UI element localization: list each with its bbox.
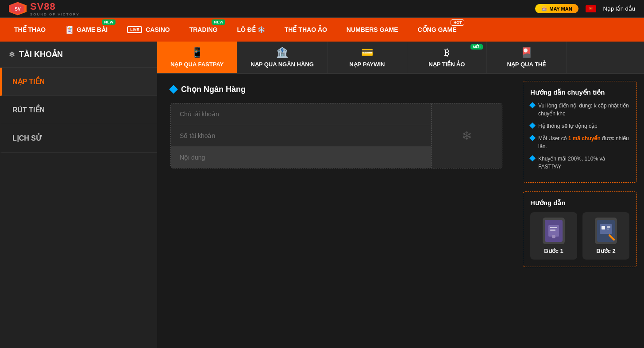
tien-ao-icon: ₿ <box>444 47 449 58</box>
nav-item-casino[interactable]: LIVE CASINO <box>117 18 179 42</box>
payment-tab-paywin[interactable]: 💳 NẠP PAYWIN <box>328 42 407 73</box>
nav-item-game-bai[interactable]: 🃏 GAME BÀI NEW <box>55 18 117 42</box>
payment-tab-ngan-hang[interactable]: 🏦 NẠP QUA NGÂN HÀNG <box>237 42 328 73</box>
ngan-hang-icon: 🏦 <box>276 47 288 58</box>
may-man-button[interactable]: 🎰 MAY MAN <box>535 4 578 13</box>
logo-sub: SOUND OF VICTORY <box>30 12 80 16</box>
chu-tai-khoan-input[interactable] <box>180 111 422 118</box>
guide-diamond-3 <box>529 135 536 141</box>
nav-item-the-thao[interactable]: THỂ THAO <box>4 18 55 42</box>
main-layout: ❄ TÀI KHOẢN NẠP TIỀN RÚT TIỀN LỊCH SỬ 📱 … <box>0 42 644 348</box>
sidebar-header: ❄ TÀI KHOẢN <box>0 42 157 68</box>
live-badge: LIVE <box>127 26 142 33</box>
snowflake-icon: ❄ <box>9 50 15 59</box>
nav-item-the-thao-ao[interactable]: THỂ THAO ẢO <box>275 18 337 42</box>
the-icon: 🎴 <box>521 47 532 58</box>
so-tai-khoan-input[interactable] <box>180 132 422 139</box>
navbar: THỂ THAO 🃏 GAME BÀI NEW LIVE CASINO TRAD… <box>0 18 644 42</box>
guide-item-4: Khuyến mãi 200%, 110% và FASTPAY <box>530 155 629 171</box>
payment-tab-tien-ao[interactable]: MỚI ₿ NẠP TIỀN ẢO <box>407 42 487 73</box>
sidebar: ❄ TÀI KHOẢN NẠP TIỀN RÚT TIỀN LỊCH SỬ <box>0 42 157 348</box>
steps-grid: Bước 1 <box>530 212 629 260</box>
snowflake-icon-2: ❄ <box>462 129 472 143</box>
step-2-label: Bước 2 <box>596 248 615 254</box>
guide-box: Hướng dẫn chuyển tiền Vui lòng điền nội … <box>523 81 637 183</box>
payment-tabs: 📱 NẠP QUA FASTPAY 🏦 NẠP QUA NGÂN HÀNG 💳 … <box>157 42 644 74</box>
hot-badge: HOT <box>451 19 464 26</box>
logo-text-container: SV88 SOUND OF VICTORY <box>30 1 80 16</box>
moi-badge: MỚI <box>470 44 483 50</box>
sidebar-item-lich-su[interactable]: LỊCH SỬ <box>0 124 157 153</box>
svg-rect-6 <box>550 229 555 231</box>
nav-item-trading[interactable]: TRADING NEW <box>180 18 228 42</box>
guide-steps-box: Hướng dẫn <box>523 191 637 267</box>
game-bai-label: GAME BÀI <box>77 26 108 33</box>
bank-logo-area: ❄ <box>431 103 502 168</box>
guide-item-2: Hệ thống sẽ tự động cập <box>530 122 629 130</box>
step-2-card: Bước 2 <box>582 212 629 260</box>
lo-de-label: LÔ ĐỀ ❄️ <box>237 26 265 33</box>
sidebar-item-nap-tien[interactable]: NẠP TIỀN <box>0 68 157 96</box>
the-thao-ao-label: THỂ THAO ẢO <box>285 26 327 33</box>
sidebar-title: TÀI KHOẢN <box>19 50 63 59</box>
form-area: Chọn Ngân Hàng <box>157 74 516 274</box>
content-main: Chọn Ngân Hàng <box>157 74 644 274</box>
guide-diamond-2 <box>529 122 536 129</box>
payment-tab-fastpay[interactable]: 📱 NẠP QUA FASTPAY <box>157 42 237 73</box>
payment-tab-the[interactable]: 🎴 NẠP QUA THẺ <box>487 42 567 73</box>
steps-title: Hướng dẫn <box>530 199 629 207</box>
nav-item-lo-de[interactable]: LÔ ĐỀ ❄️ <box>227 18 274 42</box>
svg-rect-10 <box>607 226 610 228</box>
cong-game-label: CỔNG GAME <box>417 26 456 33</box>
noi-dung-field <box>171 147 431 168</box>
logo-brand: SV88 <box>30 1 56 12</box>
nav-item-cong-game[interactable]: HOT CỔNG GAME <box>408 18 466 42</box>
game-bai-icon: 🃏 <box>65 26 74 34</box>
right-panel: Hướng dẫn chuyển tiền Vui lòng điền nội … <box>516 74 644 274</box>
logo: SV SV88 SOUND OF VICTORY <box>9 1 80 16</box>
bank-selection-area: ❄ <box>170 103 502 168</box>
svg-text:SV: SV <box>15 7 21 11</box>
header-right: 🎰 MAY MAN 🇻🇳 Nạp lần đầu <box>535 4 635 13</box>
guide-item-1: Vui lòng điền nội dung: k cập nhật tiền … <box>530 102 629 118</box>
game-bai-badge: NEW <box>102 19 116 25</box>
step-1-card: Bước 1 <box>530 212 577 260</box>
casino-label: CASINO <box>146 26 170 33</box>
diamond-icon <box>169 85 178 94</box>
header: SV SV88 SOUND OF VICTORY 🎰 MAY MAN 🇻🇳 Nạ… <box>0 0 644 18</box>
guide-title: Hướng dẫn chuyển tiền <box>530 88 629 96</box>
trading-label: TRADING <box>189 26 218 33</box>
paywin-icon: 💳 <box>361 47 373 58</box>
content-area: 📱 NẠP QUA FASTPAY 🏦 NẠP QUA NGÂN HÀNG 💳 … <box>157 42 644 348</box>
so-tai-khoan-field <box>171 125 431 147</box>
the-thao-label: THỂ THAO <box>14 26 46 33</box>
step-2-img <box>595 218 617 244</box>
svg-rect-5 <box>550 227 557 228</box>
flag-icon[interactable]: 🇻🇳 <box>586 5 596 12</box>
guide-item-3: Mỗi User có 1 mã chuyển được nhiều lần. <box>530 134 629 150</box>
svg-rect-9 <box>602 226 605 229</box>
fastpay-icon: 📱 <box>191 47 203 58</box>
section-title: Chọn Ngân Hàng <box>170 84 502 94</box>
step-1-label: Bước 1 <box>544 248 563 254</box>
numbers-game-label: NUMBERS GAME <box>347 26 398 33</box>
guide-diamond-4 <box>529 155 536 161</box>
noi-dung-input[interactable] <box>180 154 422 161</box>
svg-rect-11 <box>607 229 609 229</box>
sidebar-item-rut-tien[interactable]: RÚT TIỀN <box>0 96 157 124</box>
chu-tai-khoan-field <box>171 103 431 125</box>
nap-lan-dau-link[interactable]: Nạp lần đầu <box>603 5 635 12</box>
nav-item-numbers-game[interactable]: NUMBERS GAME <box>337 18 408 42</box>
svg-point-4 <box>552 235 555 238</box>
bank-form <box>171 103 431 168</box>
guide-diamond-1 <box>529 102 536 108</box>
trading-badge: NEW <box>212 19 225 25</box>
step-1-img <box>543 218 565 244</box>
logo-icon: SV <box>9 2 27 15</box>
